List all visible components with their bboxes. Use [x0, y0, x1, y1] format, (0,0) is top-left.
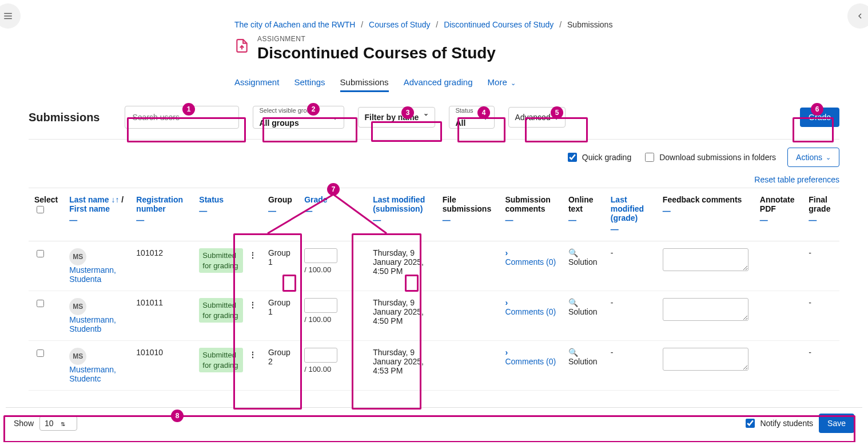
select-all-checkbox[interactable] [37, 206, 44, 213]
annotate-pdf-cell [754, 241, 803, 291]
expand-comments-icon[interactable]: › [505, 348, 508, 357]
online-text-cell: Solution [568, 307, 598, 316]
download-folders-checkbox[interactable]: Download submissions in folders [643, 151, 776, 164]
collapse-column-icon[interactable]: — [69, 216, 125, 225]
table-row: MS Mustermann, Studentb 101011 Submitted… [29, 291, 839, 341]
collapse-column-icon[interactable]: — [760, 216, 797, 225]
expand-comments-icon[interactable]: › [505, 298, 508, 307]
col-header-file-sub: File submissions [443, 195, 492, 213]
breadcrumb-link[interactable]: Courses of Study [369, 20, 430, 29]
collapse-column-icon[interactable]: — [568, 216, 599, 225]
comments-link[interactable]: Comments (0) [505, 257, 556, 267]
collapse-column-icon[interactable]: — [373, 216, 431, 225]
col-header-last-mod-grade[interactable]: Last modified (grade) [611, 195, 644, 223]
col-header-online-text: Online text [568, 195, 594, 213]
col-header-status[interactable]: Status [199, 195, 224, 204]
row-select-checkbox[interactable] [37, 250, 44, 257]
tab-settings[interactable]: Settings [294, 74, 325, 92]
notify-students-checkbox[interactable]: Notify students [743, 417, 813, 430]
save-button[interactable]: Save [819, 414, 854, 433]
tab-submissions[interactable]: Submissions [340, 74, 389, 92]
feedback-textarea[interactable] [663, 248, 748, 271]
collapse-column-icon[interactable]: — [199, 206, 257, 216]
collapse-column-icon[interactable]: — [809, 216, 834, 225]
registration-number: 101012 [130, 241, 193, 291]
row-actions-menu[interactable]: ⋮ [249, 248, 257, 262]
last-modified-submission: Thursday, 9 January 2025, 4:50 PM [367, 241, 436, 291]
actions-menu-button[interactable]: Actions ⌄ [787, 148, 839, 167]
collapse-column-icon[interactable]: — [663, 206, 748, 216]
collapse-column-icon[interactable]: — [611, 225, 651, 234]
row-select-checkbox[interactable] [37, 300, 44, 307]
col-header-grade[interactable]: Grade [304, 195, 327, 204]
search-users-box[interactable] [125, 106, 239, 129]
breadcrumb: The city of Aachen and the RWTH / Course… [234, 20, 839, 29]
heading-eyebrow: ASSIGNMENT [257, 35, 496, 43]
grade-button[interactable]: Grade [800, 108, 839, 127]
collapse-column-icon[interactable]: — [136, 216, 188, 225]
breadcrumb-link[interactable]: The city of Aachen and the RWTH [234, 20, 355, 29]
last-modified-grade: - [605, 241, 657, 291]
comments-link[interactable]: Comments (0) [505, 357, 556, 366]
expand-comments-icon[interactable]: › [505, 248, 508, 257]
magnifier-icon[interactable]: 🔍 [568, 348, 578, 357]
grade-actions-menu[interactable]: ⋮ [347, 348, 358, 362]
collapse-column-icon[interactable]: — [505, 216, 557, 225]
bottom-bar: Show 10 ⇅ Notify students Save [6, 407, 862, 439]
grade-input[interactable] [304, 248, 337, 263]
grade-denominator: / 100.00 [304, 265, 361, 274]
file-submissions-cell [437, 241, 500, 291]
final-grade-cell: - [803, 341, 839, 391]
grade-actions-menu[interactable]: ⋮ [347, 249, 358, 263]
col-header-group: Group [268, 195, 292, 204]
assignment-icon [234, 38, 249, 55]
col-header-firstname[interactable]: First name [69, 204, 110, 213]
table-row: MS Mustermann, Studentc 101010 Submitted… [29, 341, 839, 391]
row-select-checkbox[interactable] [37, 349, 44, 357]
row-actions-menu[interactable]: ⋮ [249, 298, 257, 312]
tab-assignment[interactable]: Assignment [234, 74, 279, 92]
options-row: Quick grading Download submissions in fo… [29, 140, 839, 175]
collapse-column-icon[interactable]: — [443, 216, 494, 225]
grade-input[interactable] [304, 298, 337, 313]
tab-advanced-grading[interactable]: Advanced grading [404, 74, 473, 92]
filter-bar: Submissions Select visible groups All gr… [29, 98, 839, 140]
row-actions-menu[interactable]: ⋮ [249, 348, 257, 361]
reset-table-link[interactable]: Reset table preferences [754, 175, 839, 184]
user-link[interactable]: Mustermann, Studentb [69, 315, 116, 333]
user-link[interactable]: Mustermann, Studenta [69, 265, 116, 284]
status-filter-select[interactable]: Status All ⌄ [449, 106, 495, 129]
user-link[interactable]: Mustermann, Studentc [69, 365, 116, 383]
file-submissions-cell [437, 341, 500, 391]
grade-input[interactable] [304, 348, 337, 363]
collapse-column-icon[interactable]: — [304, 206, 361, 216]
rows-per-page-select[interactable]: 10 ⇅ [39, 416, 77, 431]
online-text-cell: Solution [568, 257, 598, 267]
quick-grading-checkbox[interactable]: Quick grading [566, 151, 631, 164]
chevron-down-icon: ⌄ [423, 109, 429, 117]
col-header-lastname[interactable]: Last name [69, 195, 109, 204]
search-input[interactable] [131, 110, 228, 125]
table-row: MS Mustermann, Studenta 101012 Submitted… [29, 241, 839, 291]
breadcrumb-link[interactable]: Discontinued Courses of Study [444, 20, 554, 29]
activity-tabs: Assignment Settings Submissions Advanced… [234, 74, 839, 92]
magnifier-icon[interactable]: 🔍 [568, 248, 578, 257]
feedback-textarea[interactable] [663, 348, 748, 371]
breadcrumb-current: Submissions [567, 20, 612, 29]
grade-actions-menu[interactable]: ⋮ [347, 299, 358, 312]
magnifier-icon[interactable]: 🔍 [568, 298, 578, 307]
visible-groups-select[interactable]: Select visible groups All groups ⌄ [253, 106, 344, 129]
sort-icon: ↓↑ [111, 195, 119, 204]
tab-more[interactable]: More ⌄ [488, 74, 516, 92]
chevron-down-icon: ⌄ [511, 80, 516, 86]
col-header-last-mod-sub[interactable]: Last modified (submission) [373, 195, 425, 213]
comments-link[interactable]: Comments (0) [505, 307, 556, 316]
col-header-select: Select [34, 195, 58, 204]
filter-by-name-select[interactable]: Filter by name ⌄ [358, 107, 435, 128]
feedback-textarea[interactable] [663, 298, 748, 321]
collapse-column-icon[interactable]: — [268, 206, 293, 216]
avatar: MS [69, 248, 86, 265]
last-modified-grade: - [605, 341, 657, 391]
col-header-registration[interactable]: Registration number [136, 195, 183, 213]
advanced-filter-select[interactable]: Advanced ⌄ [508, 107, 566, 128]
